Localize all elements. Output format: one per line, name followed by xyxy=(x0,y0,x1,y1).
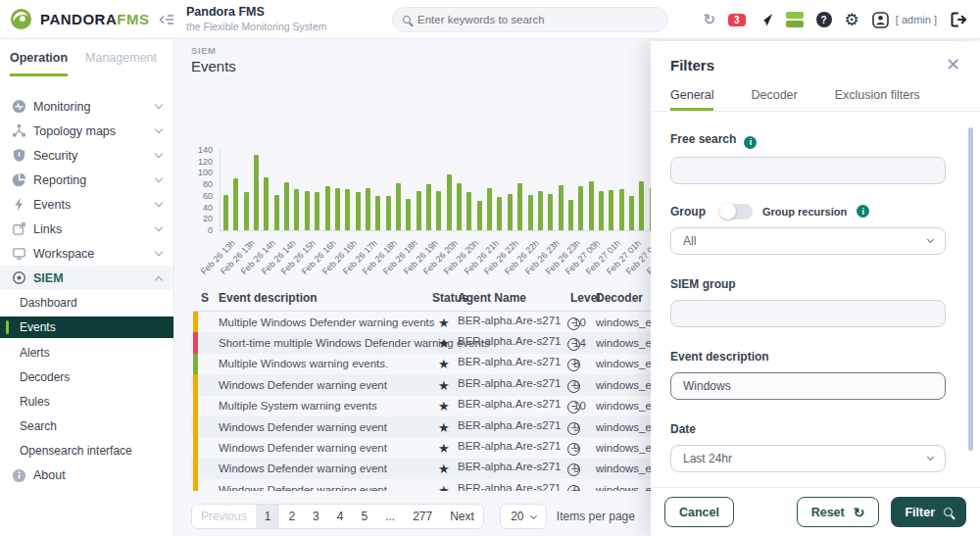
chart-bar[interactable] xyxy=(396,183,401,230)
chart-bar[interactable] xyxy=(548,194,553,230)
chart-bar[interactable] xyxy=(366,188,370,230)
chart-bar[interactable] xyxy=(264,177,269,230)
chart-bar[interactable] xyxy=(386,196,391,230)
status-star-icon[interactable]: ★ xyxy=(438,482,450,491)
filters-tab-decoder[interactable]: Decoder xyxy=(751,88,797,111)
chart-bar[interactable] xyxy=(305,191,310,230)
filter-button[interactable]: Filter xyxy=(891,497,966,527)
sidebar-item-links[interactable]: Links xyxy=(0,217,173,241)
page-button-1[interactable]: 1 xyxy=(256,505,280,528)
sidebar-item-decoders[interactable]: Decoders xyxy=(0,365,173,389)
chart-bar[interactable] xyxy=(233,178,238,230)
event-description-input[interactable] xyxy=(670,372,946,400)
chart-bar[interactable] xyxy=(477,201,482,230)
chart-bar[interactable] xyxy=(325,186,330,230)
chart-bar[interactable] xyxy=(568,200,573,230)
sidebar-item-about[interactable]: About xyxy=(0,463,173,488)
chart-bar[interactable] xyxy=(416,191,421,230)
status-star-icon[interactable]: ★ xyxy=(438,315,450,329)
reset-button[interactable]: Reset↻ xyxy=(797,497,880,527)
user-avatar-icon[interactable] xyxy=(872,12,889,28)
sidebar-item-events[interactable]: Events xyxy=(0,317,173,338)
sidebar-item-rules[interactable]: Rules xyxy=(0,389,173,414)
page-button-4[interactable]: 4 xyxy=(328,505,353,528)
group-recursion-toggle[interactable] xyxy=(719,204,753,219)
sidebar-item-dashboard[interactable]: Dashboard xyxy=(0,290,173,315)
tab-management[interactable]: Management xyxy=(85,51,157,76)
tab-operation[interactable]: Operation xyxy=(10,51,68,76)
items-per-page-select[interactable]: 20 xyxy=(500,504,547,529)
chart-bar[interactable] xyxy=(223,195,228,230)
chart-bar[interactable] xyxy=(538,191,543,230)
autorefresh-icon[interactable]: ↻ xyxy=(703,11,715,28)
chart-bar[interactable] xyxy=(426,184,431,230)
chart-bar[interactable] xyxy=(406,199,411,230)
page-button-2[interactable]: 2 xyxy=(279,505,304,528)
help-icon[interactable]: ? xyxy=(816,12,832,27)
filters-tab-general[interactable]: General xyxy=(670,88,713,111)
chart-bar[interactable] xyxy=(559,185,564,230)
chart-bar[interactable] xyxy=(356,192,361,230)
chart-bar[interactable] xyxy=(457,183,462,230)
status-star-icon[interactable]: ★ xyxy=(438,441,450,456)
chart-bar[interactable] xyxy=(528,195,533,230)
sidebar-item-search[interactable]: Search xyxy=(0,414,173,438)
close-icon[interactable]: ✕ xyxy=(946,58,960,72)
chart-bar[interactable] xyxy=(508,194,513,230)
page-button-5[interactable]: 5 xyxy=(352,505,376,528)
status-star-icon[interactable]: ★ xyxy=(438,336,450,351)
column-header-decoder[interactable]: Decoder xyxy=(596,291,643,305)
global-search[interactable] xyxy=(392,7,668,32)
chart-bar[interactable] xyxy=(447,174,452,230)
sidebar-item-reporting[interactable]: Reporting xyxy=(0,168,173,192)
info-icon[interactable]: i xyxy=(857,205,869,218)
group-select[interactable]: All xyxy=(670,227,946,255)
panel-scrollbar[interactable] xyxy=(968,127,973,451)
chart-bar[interactable] xyxy=(335,188,340,230)
sidebar-item-monitoring[interactable]: Monitoring xyxy=(0,94,173,119)
sidebar-item-alerts[interactable]: Alerts xyxy=(0,340,173,365)
info-icon[interactable]: i xyxy=(744,136,757,149)
date-select[interactable]: Last 24hr xyxy=(670,445,946,472)
chart-bar[interactable] xyxy=(274,195,279,230)
page-button-277[interactable]: 277 xyxy=(404,505,441,528)
chart-bar[interactable] xyxy=(466,192,471,230)
cancel-button[interactable]: Cancel xyxy=(664,497,734,527)
status-star-icon[interactable]: ★ xyxy=(438,419,450,434)
sidebar-item-events[interactable]: Events xyxy=(0,192,173,217)
chart-bar[interactable] xyxy=(375,196,380,230)
chart-bar[interactable] xyxy=(578,186,583,230)
column-header-agent-name[interactable]: Agent Name xyxy=(458,291,526,305)
column-header-event-description[interactable]: Event description xyxy=(219,291,318,305)
logout-icon[interactable] xyxy=(950,12,966,27)
chart-bar[interactable] xyxy=(599,191,604,230)
chart-bar[interactable] xyxy=(639,181,644,230)
status-star-icon[interactable]: ★ xyxy=(438,357,450,371)
settings-gear-icon[interactable]: ⚙ xyxy=(845,12,859,28)
quick-shell-icon[interactable] xyxy=(759,13,773,27)
chart-bar[interactable] xyxy=(517,183,522,230)
chart-bar[interactable] xyxy=(254,155,259,230)
notification-badge[interactable]: 3 xyxy=(728,14,746,26)
chart-bar[interactable] xyxy=(619,189,624,230)
chart-bar[interactable] xyxy=(244,192,249,230)
sidebar-item-workspace[interactable]: Workspace xyxy=(0,241,173,266)
sidebar-item-topology-maps[interactable]: Topology maps xyxy=(0,119,173,143)
next-page-button[interactable]: Next xyxy=(441,505,483,528)
siem-group-input[interactable] xyxy=(670,300,946,327)
page-button-3[interactable]: 3 xyxy=(304,505,328,528)
status-star-icon[interactable]: ★ xyxy=(438,399,450,414)
sidebar-item-security[interactable]: Security xyxy=(0,143,173,168)
status-star-icon[interactable]: ★ xyxy=(438,462,450,476)
column-header-s[interactable]: S xyxy=(201,291,209,305)
chart-bar[interactable] xyxy=(436,191,441,230)
previous-page-button[interactable]: Previous xyxy=(192,505,256,528)
chart-bar[interactable] xyxy=(284,182,289,230)
console-status-icon[interactable] xyxy=(786,12,804,27)
chart-bar[interactable] xyxy=(294,189,299,230)
chart-bar[interactable] xyxy=(609,190,613,230)
collapse-sidebar-icon[interactable] xyxy=(159,14,173,25)
sidebar-item-siem[interactable]: SIEM xyxy=(0,266,173,290)
chart-bar[interactable] xyxy=(589,181,594,230)
sidebar-item-opensearch-interface[interactable]: Opensearch interface xyxy=(0,438,173,463)
